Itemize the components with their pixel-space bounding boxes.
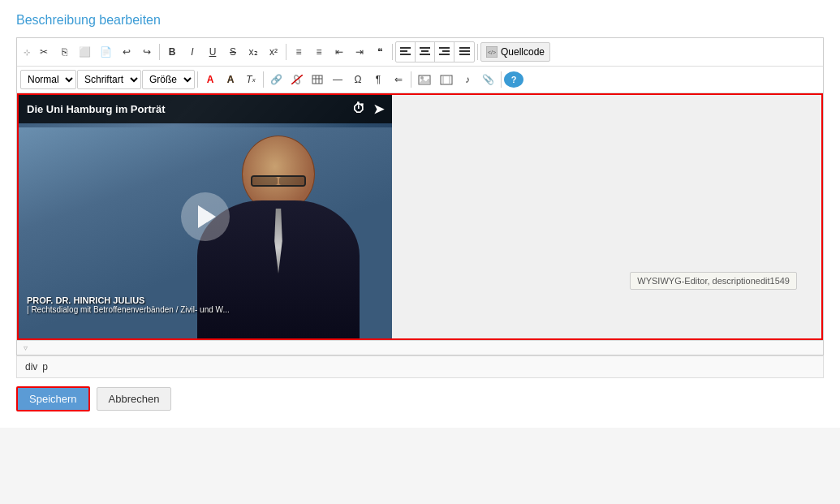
separator-6 (263, 71, 264, 88)
bidi-ltr-button[interactable]: ⇐ (389, 70, 408, 89)
tag-bar: div p (16, 355, 824, 378)
editor-container: ⊹ ✂ ⎘ ⬜ 📄 ↩ ↪ B I U S x₂ x² ≡ ≡ ⇤ ⇥ ❝ (16, 37, 824, 355)
align-justify-button[interactable] (454, 42, 474, 62)
strikethrough-button[interactable]: S (223, 42, 243, 62)
svg-rect-7 (442, 50, 450, 52)
svg-rect-4 (421, 50, 429, 52)
svg-rect-1 (400, 50, 407, 52)
italic-button[interactable]: I (183, 42, 202, 62)
person-name: PROF. DR. HINRICH JULIUS (27, 295, 230, 305)
video-caption: PROF. DR. HINRICH JULIUS | Rechtsdialog … (27, 295, 230, 314)
editor-text-area[interactable]: WYSIWYG-Editor, descriptionedit1549 (392, 95, 821, 338)
align-right-button[interactable] (435, 42, 454, 62)
svg-rect-11 (459, 54, 470, 55)
resize-handle-icon[interactable]: ▿ (24, 343, 28, 352)
separator-2 (286, 44, 286, 60)
underline-button[interactable]: U (203, 42, 222, 62)
cut-button[interactable]: ✂ (34, 42, 54, 62)
svg-rect-5 (420, 54, 430, 55)
actions-row: Speichern Abbrechen (16, 378, 824, 411)
svg-text:</>: </> (488, 50, 496, 55)
paste-button[interactable]: ⬜ (75, 42, 95, 62)
svg-point-20 (420, 76, 424, 80)
special-chars-button[interactable]: Ω (348, 70, 368, 89)
undo-button[interactable]: ↩ (117, 42, 136, 62)
tag-p[interactable]: p (42, 361, 48, 373)
separator-3 (392, 44, 393, 60)
svg-rect-0 (400, 47, 411, 49)
attach-button[interactable]: 📎 (478, 70, 498, 89)
bg-color-button[interactable]: A (221, 70, 240, 89)
save-button[interactable]: Speichern (16, 386, 90, 411)
resize-handle-bar: ▿ (17, 340, 823, 355)
hr-button[interactable]: — (328, 70, 347, 89)
source-button[interactable]: </> Quellcode (480, 42, 550, 62)
show-blocks-button[interactable]: ¶ (368, 70, 388, 89)
svg-rect-6 (439, 47, 450, 49)
unordered-list-button[interactable]: ≡ (309, 42, 329, 62)
editor-tooltip: WYSIWYG-Editor, descriptionedit1549 (630, 272, 797, 290)
unlink-button[interactable] (287, 70, 307, 89)
font-color-button[interactable]: A (200, 70, 220, 89)
play-button[interactable] (181, 192, 230, 241)
audio-button[interactable]: ♪ (458, 70, 477, 89)
person-subtitle: | Rechtsdialog mit Betroffenenverbänden … (27, 305, 230, 314)
tag-div[interactable]: div (25, 361, 37, 373)
video-title-icons: ⏱ ➤ (352, 101, 384, 117)
table-button[interactable] (308, 70, 327, 89)
editor-video-container: Die Uni Hamburg im Porträt ⏱ ➤ (19, 95, 392, 338)
blockquote-button[interactable]: ❝ (370, 42, 390, 62)
toolbar-row-1: ⊹ ✂ ⎘ ⬜ 📄 ↩ ↪ B I U S x₂ x² ≡ ≡ ⇤ ⇥ ❝ (17, 38, 823, 67)
toolbar-row-2: Normal Schriftart Größe A A Tx 🔗 (17, 67, 823, 93)
svg-rect-10 (459, 50, 470, 52)
video-thumbnail: PROF. DR. HINRICH JULIUS | Rechtsdialog … (19, 95, 392, 338)
svg-rect-2 (400, 54, 411, 55)
cancel-button[interactable]: Abbrechen (97, 387, 172, 411)
ordered-list-button[interactable]: ≡ (289, 42, 308, 62)
format-select[interactable]: Normal (20, 70, 76, 89)
editor-content-area[interactable]: Die Uni Hamburg im Porträt ⏱ ➤ (17, 93, 823, 340)
glasses (251, 175, 306, 187)
svg-rect-3 (420, 47, 430, 49)
link-button[interactable]: 🔗 (266, 70, 286, 89)
indent-button[interactable]: ⇥ (350, 42, 369, 62)
svg-rect-15 (312, 75, 322, 84)
redo-button[interactable]: ↪ (137, 42, 157, 62)
align-group (395, 41, 475, 62)
size-select[interactable]: Größe (142, 70, 195, 89)
clear-format-button[interactable]: Tx (241, 70, 261, 89)
subscript-button[interactable]: x₂ (243, 42, 263, 62)
video-title: Die Uni Hamburg im Porträt (27, 103, 165, 115)
bold-button[interactable]: B (162, 42, 182, 62)
separator-8 (501, 71, 502, 88)
image-button[interactable] (414, 70, 435, 89)
page-title: Beschreibung bearbeiten (16, 13, 824, 28)
font-select[interactable]: Schriftart (77, 70, 141, 89)
source-label: Quellcode (501, 46, 545, 58)
share-icon: ➤ (373, 101, 384, 117)
separator-1 (159, 44, 160, 60)
svg-rect-8 (439, 54, 450, 55)
page-wrapper: Beschreibung bearbeiten ⊹ ✂ ⎘ ⬜ 📄 ↩ ↪ B … (0, 0, 840, 428)
svg-rect-22 (441, 75, 452, 84)
separator-4 (477, 44, 478, 60)
copy-button[interactable]: ⎘ (54, 42, 74, 62)
video-embed[interactable]: Die Uni Hamburg im Porträt ⏱ ➤ (19, 95, 392, 338)
align-center-button[interactable] (416, 42, 435, 62)
clock-icon: ⏱ (352, 101, 365, 117)
paste-text-button[interactable]: 📄 (96, 42, 116, 62)
align-left-button[interactable] (396, 42, 416, 62)
help-button[interactable]: ? (504, 71, 523, 88)
move-handle[interactable]: ⊹ (20, 45, 33, 58)
video-title-bar: Die Uni Hamburg im Porträt ⏱ ➤ (19, 95, 392, 123)
outdent-button[interactable]: ⇤ (330, 42, 349, 62)
tie (272, 209, 285, 274)
svg-rect-9 (459, 47, 470, 49)
separator-5 (197, 71, 198, 88)
flash-button[interactable] (436, 70, 457, 89)
svg-marker-21 (419, 79, 430, 84)
separator-7 (411, 71, 411, 88)
superscript-button[interactable]: x² (264, 42, 283, 62)
